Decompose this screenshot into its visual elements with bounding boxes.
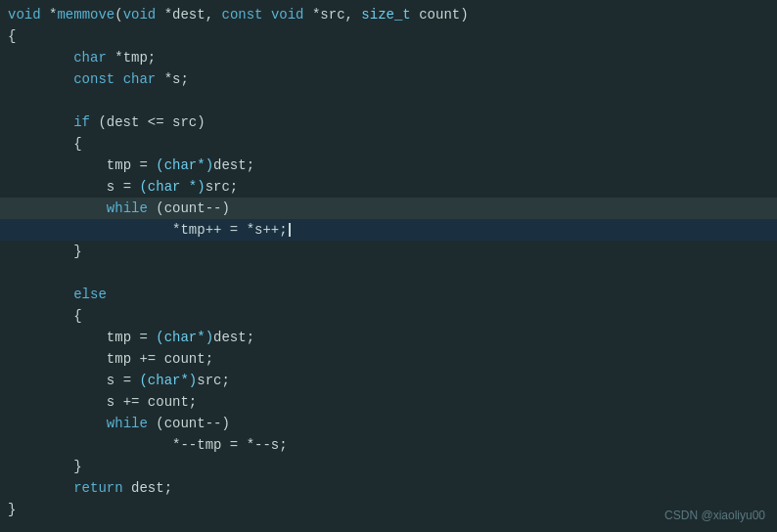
code-line-17: tmp += count; <box>0 348 777 370</box>
code-line-14: else <box>0 284 777 305</box>
code-line-10: while (count--) <box>0 198 777 219</box>
code-line-13 <box>0 262 777 284</box>
code-line-19: s += count; <box>0 391 777 413</box>
code-line-9: s = (char *)src; <box>0 176 777 198</box>
code-line-18: s = (char*)src; <box>0 370 777 391</box>
code-line-20: while (count--) <box>0 413 777 434</box>
code-line-4: const char *s; <box>0 68 777 90</box>
code-line-12: } <box>0 241 777 262</box>
code-line-1: void *memmove(void *dest, const void *sr… <box>0 4 777 25</box>
code-line-15: { <box>0 305 777 327</box>
code-line-5 <box>0 90 777 111</box>
code-line-21: *--tmp = *--s; <box>0 434 777 456</box>
code-line-2: { <box>0 25 777 47</box>
code-line-6: if (dest <= src) <box>0 111 777 133</box>
code-line-16: tmp = (char*)dest; <box>0 327 777 348</box>
watermark: CSDN @xiaoliyu00 <box>664 509 765 522</box>
code-line-23: return dest; <box>0 477 777 499</box>
text-cursor <box>289 223 291 237</box>
code-line-24: } <box>0 499 777 520</box>
code-line-11: *tmp++ = *s++; <box>0 219 777 241</box>
code-line-7: { <box>0 133 777 155</box>
code-line-22: } <box>0 456 777 477</box>
code-line-8: tmp = (char*)dest; <box>0 155 777 176</box>
code-editor: void *memmove(void *dest, const void *sr… <box>0 0 777 532</box>
code-line-3: char *tmp; <box>0 47 777 68</box>
